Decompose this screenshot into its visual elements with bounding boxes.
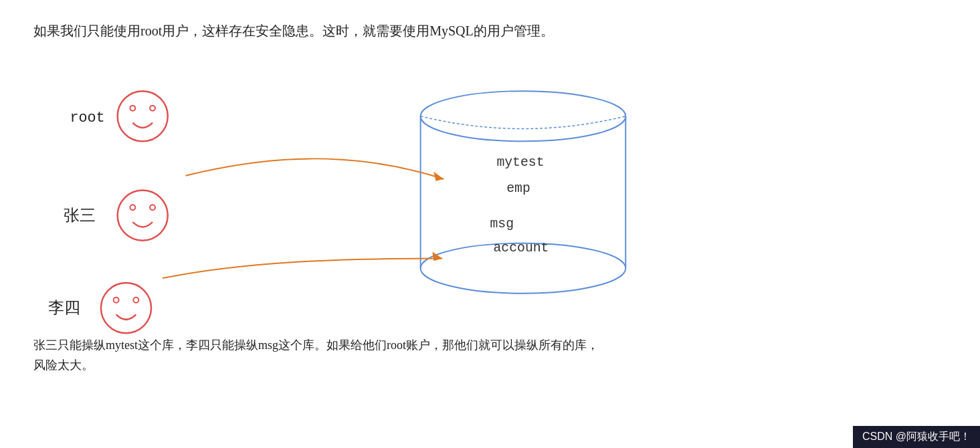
svg-marker-5 [432,252,442,261]
bottom-text: 张三只能操纵mytest这个库，李四只能操纵msg这个库。如果给他们root账户… [33,335,599,376]
svg-marker-4 [433,172,444,181]
watermark: CSDN @阿猿收手吧！ [853,426,980,448]
svg-point-14 [118,191,168,241]
svg-text:emp: emp [506,181,530,196]
svg-text:account: account [493,241,549,256]
svg-point-18 [101,283,151,333]
svg-point-15 [130,205,135,210]
bottom-text-line2: 风险太大。 [33,355,599,376]
svg-text:msg: msg [490,217,514,231]
svg-text:mytest: mytest [496,155,544,170]
svg-point-12 [150,106,155,111]
svg-text:张三: 张三 [64,207,96,224]
svg-text:李四: 李四 [48,299,80,316]
svg-point-16 [150,205,155,210]
diagram-area: mytest emp msg account root 张三 李四 [33,62,947,382]
svg-point-19 [114,298,119,303]
intro-text: 如果我们只能使用root用户，这样存在安全隐患。这时，就需要使用MySQL的用户… [33,20,947,41]
svg-point-0 [421,91,626,141]
svg-point-10 [118,91,168,141]
svg-text:root: root [70,110,104,126]
main-container: 如果我们只能使用root用户，这样存在安全隐患。这时，就需要使用MySQL的用户… [0,0,980,448]
svg-point-20 [133,298,138,303]
svg-point-11 [130,106,135,111]
bottom-text-line1: 张三只能操纵mytest这个库，李四只能操纵msg这个库。如果给他们root账户… [33,335,599,356]
svg-point-3 [421,243,626,294]
